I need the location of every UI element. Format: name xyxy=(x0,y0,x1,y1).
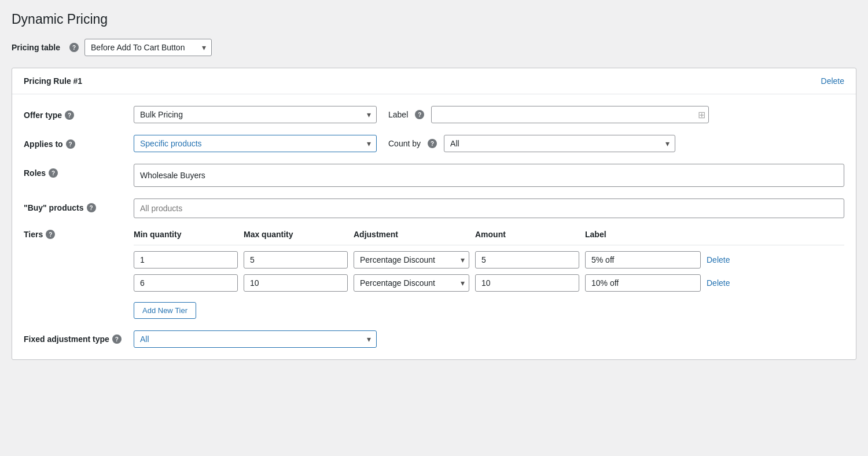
tier-2-max-qty[interactable] xyxy=(244,274,348,292)
col-actions xyxy=(707,230,753,239)
applies-to-select[interactable]: Specific products All products Specific … xyxy=(134,135,377,152)
col-amount: Amount xyxy=(475,230,579,239)
tiers-help-icon[interactable]: ? xyxy=(46,230,55,239)
buy-products-help-icon[interactable]: ? xyxy=(87,203,96,212)
fixed-adj-help-icon[interactable]: ? xyxy=(112,334,122,344)
applies-to-label-group: Applies to ? xyxy=(24,135,122,149)
col-max-qty: Max quantity xyxy=(244,230,348,239)
applies-to-label: Applies to xyxy=(24,139,63,149)
roles-help-icon[interactable]: ? xyxy=(49,168,58,178)
pricing-table-select[interactable]: Before Add To Cart Button After Add To C… xyxy=(84,39,212,56)
tier-1-amount[interactable] xyxy=(475,251,579,269)
tiers-header: Min quantity Max quantity Adjustment Amo… xyxy=(134,230,844,245)
tier-row-2: Percentage Discount Fixed Discount Fixed… xyxy=(134,274,844,292)
tier-row-1: Percentage Discount Fixed Discount Fixed… xyxy=(134,251,844,269)
offer-type-help-icon[interactable]: ? xyxy=(65,111,74,120)
roles-row: Roles ? xyxy=(24,164,844,187)
pricing-table-select-wrapper: Before Add To Cart Button After Add To C… xyxy=(84,39,212,56)
tier-1-delete[interactable]: Delete xyxy=(707,255,753,264)
tier-2-min-qty[interactable] xyxy=(134,274,238,292)
label-field-help-icon[interactable]: ? xyxy=(415,110,424,119)
pricing-table-label: Pricing table xyxy=(12,43,60,52)
applies-to-help-icon[interactable]: ? xyxy=(66,139,75,149)
label-field-group: Label ? ⊞ xyxy=(388,106,709,123)
tier-1-max-qty[interactable] xyxy=(244,251,348,269)
label-input-wrapper: ⊞ xyxy=(431,106,709,123)
tiers-label: Tiers xyxy=(24,230,43,239)
fixed-adj-select-wrapper: All Cheapest Most Expensive xyxy=(134,330,377,348)
add-new-tier-button[interactable]: Add New Tier xyxy=(134,302,196,319)
fixed-adj-label: Fixed adjustment type xyxy=(24,334,109,344)
pricing-table-row: Pricing table ? Before Add To Cart Butto… xyxy=(12,39,856,56)
rule-delete-link[interactable]: Delete xyxy=(821,76,844,86)
roles-label: Roles xyxy=(24,168,46,178)
buy-products-input[interactable] xyxy=(134,198,844,218)
buy-products-control xyxy=(134,198,844,218)
count-by-group: Count by ? All Product Variation xyxy=(388,135,675,152)
rule-body: Offer type ? Bulk Pricing Special Offer … xyxy=(12,94,856,359)
tiers-row: Tiers ? Min quantity Max quantity Adjust… xyxy=(24,230,844,319)
tier-2-delete[interactable]: Delete xyxy=(707,278,753,288)
applies-to-row: Applies to ? Specific products All produ… xyxy=(24,135,844,152)
tier-1-adjustment-select[interactable]: Percentage Discount Fixed Discount Fixed… xyxy=(354,251,469,269)
fixed-adj-label-group: Fixed adjustment type ? xyxy=(24,334,122,344)
tier-1-adjustment-wrapper: Percentage Discount Fixed Discount Fixed… xyxy=(354,251,469,269)
offer-type-label-group: Offer type ? xyxy=(24,106,122,120)
count-by-label: Count by xyxy=(388,139,421,148)
tier-2-adjustment-wrapper: Percentage Discount Fixed Discount Fixed… xyxy=(354,274,469,292)
col-adjustment: Adjustment xyxy=(354,230,469,239)
count-by-select[interactable]: All Product Variation xyxy=(444,135,675,152)
page-title: Dynamic Pricing xyxy=(12,12,856,27)
roles-control xyxy=(134,164,844,187)
buy-products-row: "Buy" products ? xyxy=(24,198,844,218)
offer-type-label: Offer type xyxy=(24,111,62,120)
applies-to-controls: Specific products All products Specific … xyxy=(134,135,844,152)
count-by-help-icon[interactable]: ? xyxy=(428,139,437,148)
label-field-label: Label xyxy=(388,110,408,119)
buy-products-label: "Buy" products xyxy=(24,203,84,212)
tiers-table: Min quantity Max quantity Adjustment Amo… xyxy=(134,230,844,319)
tier-1-label[interactable] xyxy=(585,251,701,269)
tier-2-adjustment-select[interactable]: Percentage Discount Fixed Discount Fixed… xyxy=(354,274,469,292)
roles-label-group: Roles ? xyxy=(24,164,122,178)
rule-title: Pricing Rule #1 xyxy=(24,76,82,86)
label-icon: ⊞ xyxy=(698,109,705,120)
label-input[interactable] xyxy=(431,106,709,123)
offer-type-select[interactable]: Bulk Pricing Special Offer BOGO xyxy=(134,106,377,123)
count-by-select-wrapper: All Product Variation xyxy=(444,135,675,152)
fixed-adj-select[interactable]: All Cheapest Most Expensive xyxy=(134,330,377,348)
tier-2-label[interactable] xyxy=(585,274,701,292)
rule-header: Pricing Rule #1 Delete xyxy=(12,68,856,94)
fixed-adjustment-row: Fixed adjustment type ? All Cheapest Mos… xyxy=(24,330,844,348)
tier-2-amount[interactable] xyxy=(475,274,579,292)
col-label: Label xyxy=(585,230,701,239)
applies-to-select-wrapper: Specific products All products Specific … xyxy=(134,135,377,152)
tier-1-min-qty[interactable] xyxy=(134,251,238,269)
pricing-table-help-icon[interactable]: ? xyxy=(69,43,79,52)
offer-type-row: Offer type ? Bulk Pricing Special Offer … xyxy=(24,106,844,123)
col-min-qty: Min quantity xyxy=(134,230,238,239)
offer-type-select-wrapper: Bulk Pricing Special Offer BOGO xyxy=(134,106,377,123)
roles-input[interactable] xyxy=(134,164,844,187)
buy-products-label-group: "Buy" products ? xyxy=(24,198,122,212)
offer-type-controls: Bulk Pricing Special Offer BOGO Label ? … xyxy=(134,106,844,123)
rule-box: Pricing Rule #1 Delete Offer type ? Bulk… xyxy=(12,68,856,360)
tiers-label-group: Tiers ? xyxy=(24,230,122,239)
